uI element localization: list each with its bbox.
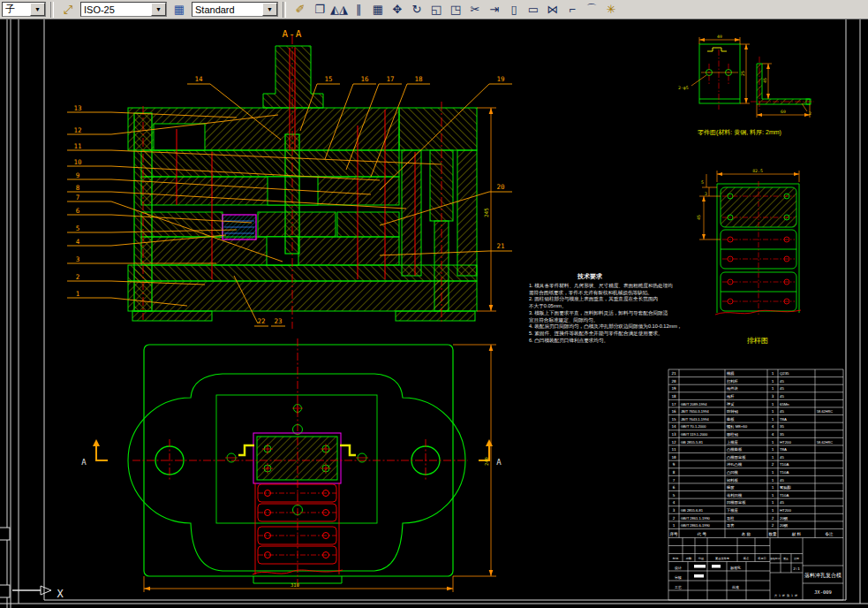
bom-cell-name: 打料杆 [727, 379, 739, 384]
bom-cell-material: 45 [780, 478, 784, 483]
section-label: A-A [283, 28, 303, 40]
chevron-down-icon[interactable]: ▼ [262, 3, 277, 16]
strip-view-caption: 排样图 [747, 337, 768, 345]
balloon: 7 [76, 194, 80, 201]
chevron-down-icon[interactable]: ▼ [30, 3, 45, 16]
bom-cell-name: 导柱 [727, 516, 735, 521]
erase-icon[interactable]: ✐ [291, 1, 310, 18]
sheet-count: 共 1 张 第 1 张 [774, 594, 797, 597]
cad-application-window: { "toolbar": { "font_fragment": "子", "di… [0, 0, 868, 608]
bom-cell-no: 16 [671, 409, 676, 414]
bom-cell-qty: 2 [772, 462, 774, 467]
bom-cell-material: T8A [780, 417, 787, 422]
tech-note-line: 3. 模板上下面要求平直，压料卸料灵活，卸料与导套配合间隙适 [529, 310, 668, 316]
tech-notes-title: 技术要求 [577, 272, 603, 280]
bom-cell-no: 3 [673, 508, 676, 513]
bom-cell-no: 2 [673, 516, 676, 521]
bom-cell-qty: 2 [772, 523, 774, 528]
revision-label: 分区 [698, 557, 705, 560]
balloon: 15 [324, 75, 332, 83]
revision-label: 年月日 [758, 557, 766, 560]
bom-cell-code: GB 2855.5-81 [681, 440, 704, 445]
dim-text: 45 [697, 215, 701, 220]
explode-icon[interactable]: ✳ [601, 1, 621, 18]
section-height-dim: 245 [477, 108, 496, 311]
join-icon[interactable]: ⋈ [543, 1, 562, 18]
offset-icon[interactable]: ∥ [349, 1, 368, 18]
bom-cell-code: GB/T 2861.1-1990 [681, 516, 711, 521]
bom-cell-material: 35 [780, 424, 784, 429]
trim-icon[interactable]: ✂ [465, 1, 485, 18]
balloon: 17 [386, 75, 394, 83]
scale-value: 2:1 [793, 566, 800, 571]
tech-note-line: 5. 紧固件、连接件等装配齐全并能与零件配合满足使用要求。 [529, 331, 663, 337]
tech-note-line: 1. 模具各零件材料、几何形状、尺寸精度、表面粗糙度和热处理均 [529, 283, 673, 289]
extend-icon[interactable]: ⇥ [485, 1, 504, 18]
balloon: 10 [73, 158, 82, 166]
sign-label: 标准化 [730, 566, 741, 571]
rotate-icon[interactable]: ↻ [407, 1, 426, 18]
chevron-down-icon[interactable]: ▼ [151, 3, 166, 16]
bom-cell-qty: 4 [772, 432, 774, 437]
bom-cell-name: 凸模固定板 [727, 455, 746, 460]
break-icon[interactable]: ▭ [524, 1, 543, 18]
bom-cell-name: 凸模垫板 [727, 447, 743, 452]
bom-cell-name: 凸凹模 [727, 470, 739, 475]
sign-label: 工艺 [675, 585, 682, 589]
scale-icon[interactable]: ◱ [426, 1, 446, 18]
bom-cell-no: 19 [671, 386, 676, 391]
workpiece-section [223, 215, 256, 239]
bom-cell-qty: 1 [772, 485, 774, 490]
balloon: 20 [496, 183, 505, 191]
revision-label: 签名 [743, 557, 749, 560]
bom-cell-material: 聚氨酯 [780, 485, 792, 490]
text-font-combo[interactable]: 子 ▼ [2, 2, 46, 17]
bom-cell-material: Q235 [780, 371, 789, 376]
bom-cell-material: 45 [780, 500, 784, 505]
bom-header-cell: 备注 [826, 532, 834, 536]
bom-cell-no: 10 [671, 455, 676, 460]
bom-cell-no: 12 [671, 440, 676, 445]
bom-cell-name: 圆柱销 [727, 432, 739, 437]
mirror-icon[interactable]: ◭◮ [329, 1, 349, 18]
revision-label: 标记 [672, 557, 679, 560]
bom-cell-qty: 3 [772, 394, 774, 399]
ucs-icon: X [12, 586, 64, 600]
balloon: 5 [76, 224, 80, 232]
bom-cell-no: 5 [673, 493, 676, 498]
section-mark-label: A [496, 458, 502, 467]
bom-cell-name: 凹模固定板 [727, 500, 746, 505]
text-style-combo[interactable]: Standard ▼ [192, 2, 278, 17]
stage-label: 比例 [794, 557, 799, 560]
stretch-icon[interactable]: ◳ [446, 1, 465, 18]
table-style-icon[interactable]: ▦ [170, 1, 189, 18]
text-style-value: Standard [195, 4, 235, 15]
balloon: 18 [414, 75, 423, 83]
dim-text: 5 [701, 180, 704, 185]
bom-cell-name: 卸料板 [727, 478, 739, 483]
bom-cell-no: 1 [673, 523, 676, 528]
bom-cell-name: 冲孔凸模 [727, 462, 743, 467]
dim-style-icon[interactable]: ⤢ [58, 1, 78, 18]
chamfer-icon[interactable]: ⌐ [562, 1, 582, 18]
move-icon[interactable]: ✥ [388, 1, 407, 18]
bom-cell-qty: 1 [772, 470, 774, 475]
fillet-icon[interactable]: ⌒ [582, 1, 601, 18]
dim-style-combo[interactable]: ISO-25 ▼ [80, 2, 167, 17]
bom-cell-code: JB/T 7643.1-1994 [681, 417, 710, 422]
balloon: 3 [76, 255, 80, 263]
array-icon[interactable]: ▦ [368, 1, 388, 18]
bom-cell-name: 弹簧 [727, 402, 735, 407]
part-detail-view: 40 2-φ5 25 45 60 2 零件图(材料: 黄铜, 料厚: 2mm) [678, 34, 814, 136]
break-at-point-icon[interactable]: ▯ [504, 1, 524, 18]
dim-text: 45 [763, 78, 767, 83]
bom-cell-qty: 1 [772, 447, 774, 452]
bom-cell-name: 螺钉 M8×60 [727, 424, 748, 429]
dim-text: 310 [291, 582, 299, 588]
bom-cell-code: GB 2855.6-81 [681, 508, 704, 513]
balloon: 21 [496, 242, 504, 250]
bom-cell-qty: 4 [772, 424, 774, 429]
drawing-canvas[interactable]: 245 A-A 13 12 11 10 9 8 7 6 5 [0, 0, 868, 608]
bom-cell-material: 45 [780, 379, 784, 384]
copy-icon[interactable]: ❐ [310, 1, 329, 18]
